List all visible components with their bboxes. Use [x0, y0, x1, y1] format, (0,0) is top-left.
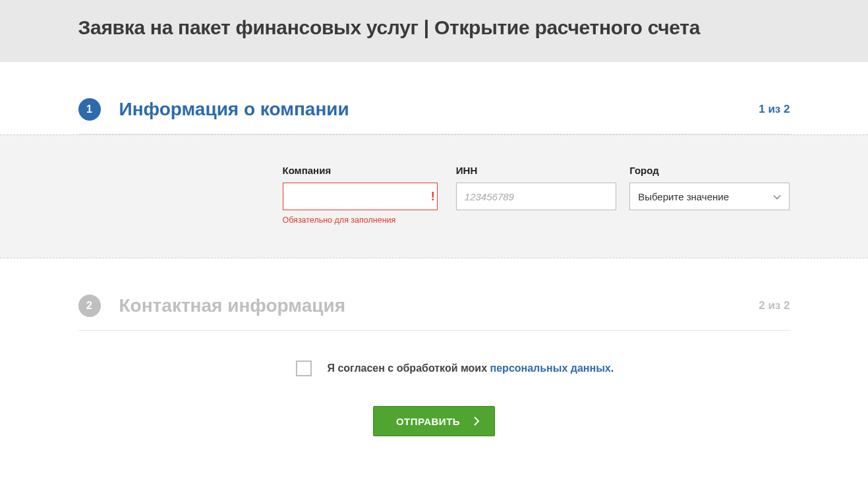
submit-label: ОТПРАВИТЬ	[396, 416, 460, 427]
field-city: Город Выберите значение	[629, 165, 790, 225]
page-header: Заявка на пакет финансовых услуг | Откры…	[0, 0, 868, 62]
consent-row: Я согласен с обработкой моих персональны…	[296, 331, 790, 383]
chevron-down-icon	[773, 191, 781, 202]
company-input[interactable]	[283, 183, 438, 210]
field-company: Компания ! Обязательно для заполнения	[283, 165, 443, 225]
city-select-value: Выберите значение	[638, 191, 729, 202]
submit-button[interactable]: ОТПРАВИТЬ	[373, 406, 495, 436]
page-title: Заявка на пакет финансовых услуг | Откры…	[78, 16, 790, 39]
field-inn: ИНН	[456, 165, 616, 225]
city-select[interactable]: Выберите значение	[629, 183, 790, 210]
section-title-contact: Контактная информация	[119, 295, 346, 316]
error-text-company: Обязательно для заполнения	[283, 216, 443, 225]
consent-text: Я согласен с обработкой моих персональны…	[328, 362, 614, 374]
consent-suffix: .	[611, 362, 614, 374]
label-company: Компания	[283, 165, 443, 176]
label-city: Город	[629, 165, 790, 176]
personal-data-link[interactable]: персональных данных	[490, 362, 611, 374]
consent-prefix: Я согласен с обработкой моих	[328, 362, 490, 374]
section-title-company: Информация о компании	[119, 99, 349, 120]
step-badge-2: 2	[78, 295, 101, 317]
step-badge-1: 1	[78, 98, 101, 121]
step-counter-2: 2 из 2	[759, 299, 790, 312]
chevron-right-icon	[473, 416, 480, 426]
section-header-contact: 2 Контактная информация 2 из 2	[78, 258, 790, 331]
section-header-company: 1 Информация о компании 1 из 2	[78, 62, 790, 134]
label-inn: ИНН	[456, 165, 616, 176]
inn-input[interactable]	[456, 183, 616, 210]
consent-checkbox[interactable]	[296, 361, 312, 376]
form-section-company: Компания ! Обязательно для заполнения ИН…	[0, 134, 868, 258]
step-counter-1: 1 из 2	[759, 103, 790, 116]
submit-row: ОТПРАВИТЬ	[78, 383, 790, 463]
